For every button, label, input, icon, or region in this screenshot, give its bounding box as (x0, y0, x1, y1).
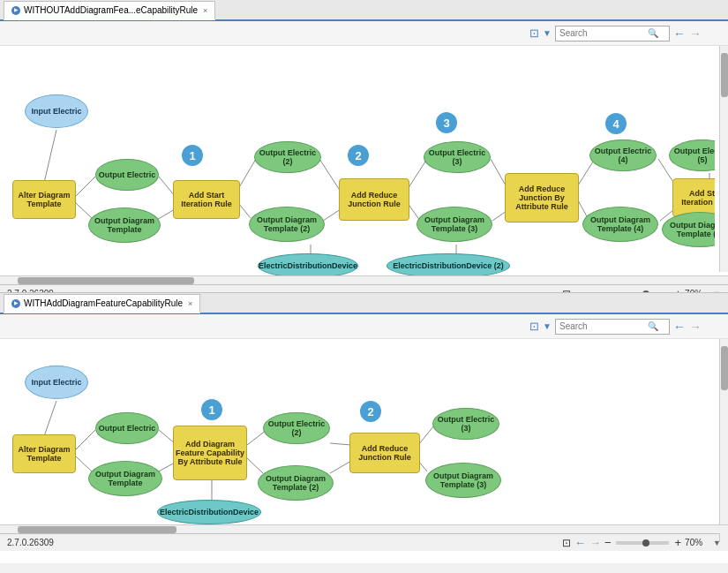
filter-dropdown-top[interactable]: ▼ (543, 28, 552, 38)
nav-forward-bottom[interactable]: → (689, 320, 702, 334)
node-output-diagram-1: Output Diagram Template (88, 207, 161, 243)
node-b-output-diagram-2: Output Diagram Template (2) (258, 465, 334, 501)
zoom-plus-top[interactable]: + (674, 287, 681, 293)
node-b-output-diagram-3: Output Diagram Template (3) (425, 463, 501, 498)
svg-line-7 (319, 159, 341, 192)
svg-line-27 (247, 458, 263, 473)
node-b-output-electric-1: Output Electric (95, 412, 159, 444)
node-input-electric: Input Electric (25, 94, 88, 128)
fit-icon-top[interactable]: ⊡ (562, 288, 571, 294)
svg-line-21 (44, 401, 56, 436)
zoom-slider-top[interactable] (616, 292, 669, 294)
scrollbar-v-top-thumb[interactable] (721, 53, 728, 97)
search-box-bottom: 🔍 (555, 319, 670, 335)
node-b-add-feature: Add Diagram Feature Capability By Attrib… (173, 426, 247, 480)
node-add-reduce-junction: Add Reduce Junction Rule (339, 178, 409, 221)
nav-forward-top[interactable]: → (689, 26, 702, 41)
step-circle-b2: 2 (360, 401, 381, 422)
node-output-diagram-5: Output Diagram Template (5) (662, 212, 715, 247)
node-output-electric-3: Output Electric (3) (424, 141, 491, 173)
scrollbar-v-top[interactable] (719, 46, 728, 272)
zoom-back-top[interactable]: ← (574, 287, 586, 293)
scrollbar-h-bottom[interactable] (0, 524, 728, 533)
toolbar-top: ⊡ ▼ 🔍 ← → (0, 21, 728, 46)
zoom-dropdown-top[interactable]: ▼ (713, 290, 721, 294)
zoom-back-bottom[interactable]: ← (574, 536, 586, 549)
diagram-canvas-top: Input Electric Alter Diagram Template Ou… (0, 46, 715, 275)
node-b-alter-diagram: Alter Diagram Template (12, 434, 76, 473)
status-bar-top: 2.7.0.26309 ⊡ ← → − + 70% ▼ (0, 284, 728, 293)
filter-icon-bottom[interactable]: ⊡ (529, 320, 539, 333)
node-output-diagram-2: Output Diagram Template (2) (249, 207, 325, 242)
svg-line-29 (330, 461, 351, 473)
filter-dropdown-bottom[interactable]: ▼ (543, 321, 552, 331)
zoom-forward-bottom[interactable]: → (589, 536, 601, 549)
node-output-electric-2: Output Electric (2) (254, 141, 321, 173)
node-b-output-electric-2: Output Electric (2) (263, 412, 330, 444)
node-b-output-electric-3: Output Electric (3) (432, 408, 499, 440)
node-alter-diagram: Alter Diagram Template (12, 180, 76, 219)
search-icon-top: 🔍 (648, 28, 658, 38)
step-circle-b1: 1 (201, 399, 222, 420)
node-output-electric-5: Output Electric (5) (669, 139, 715, 171)
node-output-electric-4: Output Electric (4) (589, 139, 657, 171)
tab-bar-top: WITHOUTAddDiagramFea...eCapabilityRule × (0, 0, 728, 21)
panel-bottom: ⊡ ▼ 🔍 ← → Input Electric (0, 314, 728, 563)
zoom-minus-bottom[interactable]: − (604, 536, 612, 549)
zoom-forward-top[interactable]: → (589, 287, 601, 293)
svg-line-1 (76, 177, 95, 196)
step-circle-3: 3 (436, 112, 457, 133)
svg-line-5 (238, 159, 256, 189)
tab-bar-bottom: WITHAddDiagramFeatureCapabilityRule × (0, 293, 728, 314)
status-right-bottom: ⊡ ← → − + 70% ▼ (562, 536, 721, 549)
tab-close-without[interactable]: × (203, 6, 207, 15)
svg-line-28 (330, 443, 351, 445)
diagram-canvas-bottom: Input Electric Alter Diagram Template Ou… (0, 339, 715, 524)
step-circle-2: 2 (348, 145, 369, 166)
node-elec-dist-1: ElectricDistributionDevice (258, 253, 358, 275)
scrollbar-h-top[interactable] (0, 275, 728, 284)
node-b-add-reduce: Add Reduce Junction Rule (349, 433, 420, 473)
step-circle-4: 4 (605, 113, 627, 134)
zoom-slider-bottom[interactable] (616, 541, 669, 545)
search-input-top[interactable] (559, 28, 648, 38)
tab-without[interactable]: WITHOUTAddDiagramFea...eCapabilityRule × (4, 1, 215, 20)
step-circle-1: 1 (182, 145, 203, 166)
scrollbar-v-bottom-thumb[interactable] (721, 346, 728, 390)
fit-icon-bottom[interactable]: ⊡ (562, 537, 571, 549)
scrollbar-h-top-thumb[interactable] (18, 277, 194, 284)
tab-label-with: WITHAddDiagramFeatureCapabilityRule (24, 298, 183, 308)
filter-icon-top[interactable]: ⊡ (529, 26, 539, 40)
tab-label-without: WITHOUTAddDiagramFea...eCapabilityRule (24, 5, 198, 15)
search-input-bottom[interactable] (559, 321, 648, 331)
svg-line-8 (323, 209, 341, 221)
search-box-top: 🔍 (555, 26, 670, 41)
tab-icon-without (11, 6, 20, 15)
search-icon-bottom: 🔍 (648, 321, 658, 331)
version-top: 2.7.0.26309 (7, 289, 54, 293)
scrollbar-h-bottom-thumb[interactable] (18, 526, 176, 533)
scrollbar-v-bottom[interactable] (719, 339, 728, 542)
node-add-start: Add Start Iteration Rule (173, 180, 240, 219)
zoom-minus-top[interactable]: − (604, 287, 612, 293)
svg-line-6 (238, 203, 251, 218)
version-bottom: 2.7.0.26309 (7, 538, 54, 547)
nav-back-bottom[interactable]: ← (673, 320, 686, 334)
node-b-output-diagram-1: Output Diagram Template (88, 461, 162, 496)
zoom-level-bottom: 70% (685, 538, 709, 547)
nav-back-top[interactable]: ← (673, 26, 686, 41)
node-add-reduce-attr: Add Reduce Junction By Attribute Rule (505, 173, 579, 222)
tab-with[interactable]: WITHAddDiagramFeatureCapabilityRule × (4, 294, 200, 313)
node-elec-dist-2: ElectricDistributionDevice (2) (387, 253, 510, 275)
node-output-electric-1: Output Electric (95, 159, 159, 191)
node-output-diagram-4: Output Diagram Template (4) (582, 207, 658, 242)
node-output-diagram-3: Output Diagram Template (3) (417, 207, 492, 242)
status-right-top: ⊡ ← → − + 70% ▼ (562, 287, 721, 293)
node-b-input-electric: Input Electric (25, 366, 88, 399)
tab-icon-with (11, 299, 20, 308)
zoom-plus-bottom[interactable]: + (674, 536, 681, 549)
node-b-elec-dist: ElectricDistributionDevice (157, 500, 261, 524)
tab-close-with[interactable]: × (188, 299, 192, 308)
svg-line-30 (418, 426, 434, 445)
svg-line-22 (76, 430, 95, 449)
